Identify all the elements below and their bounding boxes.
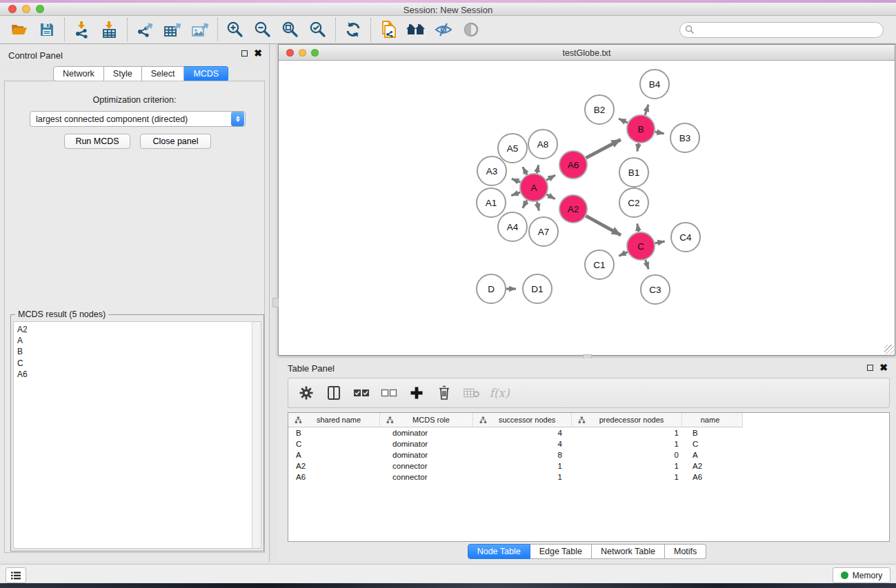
result-item[interactable]: A <box>17 335 257 346</box>
result-scrollbar[interactable] <box>252 322 261 548</box>
edge-A-A1[interactable] <box>511 192 520 196</box>
tab-mcds[interactable]: MCDS <box>184 66 228 81</box>
unselect-all-icon[interactable] <box>381 385 397 401</box>
zoom-in-icon[interactable] <box>221 18 249 41</box>
cell-name[interactable]: A2 <box>682 462 743 470</box>
search-input[interactable] <box>679 22 884 38</box>
edge-C-C4[interactable] <box>655 241 665 243</box>
select-all-icon[interactable] <box>353 385 370 401</box>
edge-C-C3[interactable] <box>646 260 649 270</box>
column-header-predecessor-nodes[interactable]: predecessor nodes <box>572 413 682 427</box>
cell-successor-nodes[interactable]: 4 <box>473 429 572 437</box>
memory-button[interactable]: Memory <box>833 567 890 583</box>
edge-B-B1[interactable] <box>637 143 639 152</box>
cell-predecessor-nodes[interactable]: 1 <box>572 440 682 448</box>
zoom-fit-icon[interactable] <box>277 18 304 41</box>
column-header-MCDS-role[interactable]: MCDS role <box>380 413 473 427</box>
edge-B-B3[interactable] <box>655 132 664 134</box>
edge-A2-C[interactable] <box>586 216 621 235</box>
cell-shared-name[interactable]: A6 <box>288 473 380 481</box>
edge-C-C1[interactable] <box>619 252 628 256</box>
zoom-out-icon[interactable] <box>249 18 277 41</box>
result-item[interactable]: C <box>17 358 257 369</box>
delete-icon[interactable] <box>436 385 452 401</box>
tab-select[interactable]: Select <box>142 66 185 81</box>
criterion-dropdown[interactable]: largest connected component (directed) <box>30 111 246 127</box>
cell-name[interactable]: A <box>682 451 743 459</box>
tab-network-table[interactable]: Network Table <box>592 544 665 559</box>
edge-B-B4[interactable] <box>645 105 648 115</box>
home-icon[interactable] <box>402 18 430 41</box>
resize-grip-icon[interactable] <box>884 345 894 354</box>
close-panel-icon[interactable]: ✖ <box>879 365 888 371</box>
cell-successor-nodes[interactable]: 8 <box>473 451 572 459</box>
cell-MCDS-role[interactable]: dominator <box>380 451 473 459</box>
result-item[interactable]: B <box>17 346 257 357</box>
edge-A-A6[interactable] <box>546 175 555 180</box>
run-mcds-button[interactable]: Run MCDS <box>64 134 130 149</box>
cell-predecessor-nodes[interactable]: 1 <box>572 473 682 481</box>
tab-motifs[interactable]: Motifs <box>665 544 706 559</box>
show-graphics-icon[interactable] <box>457 18 485 41</box>
cell-successor-nodes[interactable]: 4 <box>473 440 572 448</box>
cell-shared-name[interactable]: A2 <box>288 462 380 470</box>
gear-icon[interactable] <box>298 385 315 401</box>
table-row[interactable]: Bdominator41B <box>288 427 889 438</box>
splitter-grip[interactable] <box>272 298 279 307</box>
float-panel-icon[interactable] <box>241 50 248 57</box>
edge-A-A4[interactable] <box>523 200 527 207</box>
edge-A-A7[interactable] <box>537 202 539 211</box>
export-image-icon[interactable] <box>186 18 214 41</box>
clone-network-icon[interactable] <box>375 18 402 41</box>
cell-MCDS-role[interactable]: dominator <box>380 440 473 448</box>
open-file-icon[interactable] <box>6 18 33 41</box>
cell-name[interactable]: C <box>682 440 743 448</box>
tab-edge-table[interactable]: Edge Table <box>530 544 592 559</box>
float-panel-icon[interactable] <box>867 365 873 371</box>
cell-shared-name[interactable]: B <box>288 429 380 437</box>
cell-predecessor-nodes[interactable]: 1 <box>572 429 682 437</box>
columns-icon[interactable] <box>326 385 342 401</box>
cell-successor-nodes[interactable]: 1 <box>473 462 572 470</box>
cell-name[interactable]: A6 <box>682 473 743 481</box>
close-panel-icon[interactable]: ✖ <box>254 50 262 57</box>
cell-successor-nodes[interactable]: 1 <box>473 473 572 481</box>
table-row[interactable]: A6connector11A6 <box>288 472 889 483</box>
edge-A-A3[interactable] <box>512 179 521 182</box>
table-row[interactable]: Cdominator41C <box>288 438 889 449</box>
cell-name[interactable]: B <box>682 429 743 437</box>
tab-style[interactable]: Style <box>104 66 142 81</box>
edge-A6-B[interactable] <box>586 139 621 158</box>
result-item[interactable]: A6 <box>17 369 257 380</box>
cell-shared-name[interactable]: A <box>288 451 380 459</box>
tab-network[interactable]: Network <box>53 66 104 81</box>
export-network-icon[interactable] <box>131 18 159 41</box>
column-header-successor-nodes[interactable]: successor nodes <box>473 413 572 427</box>
import-network-icon[interactable] <box>68 18 96 41</box>
task-history-button[interactable] <box>6 567 26 583</box>
add-icon[interactable] <box>408 385 425 401</box>
cell-shared-name[interactable]: C <box>288 440 380 448</box>
cell-MCDS-role[interactable]: connector <box>380 473 473 481</box>
cell-predecessor-nodes[interactable]: 1 <box>572 462 682 470</box>
refresh-icon[interactable] <box>339 18 367 41</box>
export-table-icon[interactable] <box>159 18 186 41</box>
close-panel-button[interactable]: Close panel <box>140 134 211 149</box>
result-item[interactable]: A2 <box>17 324 257 335</box>
edge-A-A8[interactable] <box>537 165 538 173</box>
import-table-icon[interactable] <box>96 18 123 41</box>
column-header-name[interactable]: name <box>682 413 743 427</box>
edge-A-A5[interactable] <box>523 167 527 174</box>
column-header-shared-name[interactable]: shared name <box>288 413 380 427</box>
hide-graphics-icon[interactable] <box>430 18 457 41</box>
save-icon[interactable] <box>33 18 61 41</box>
edge-B-B2[interactable] <box>619 119 628 123</box>
cell-MCDS-role[interactable]: connector <box>380 462 473 470</box>
table-row[interactable]: A2connector11A2 <box>288 460 889 472</box>
cell-predecessor-nodes[interactable]: 0 <box>572 451 682 459</box>
table-row[interactable]: Adominator80A <box>288 449 889 460</box>
tab-node-table[interactable]: Node Table <box>468 544 530 559</box>
network-canvas[interactable]: B4B2BB3A8A5A6A3B1AA1C2A2A4A7C4CC1DD1C3 <box>279 61 894 355</box>
edge-A-A2[interactable] <box>546 194 555 199</box>
zoom-selected-icon[interactable] <box>304 18 332 41</box>
